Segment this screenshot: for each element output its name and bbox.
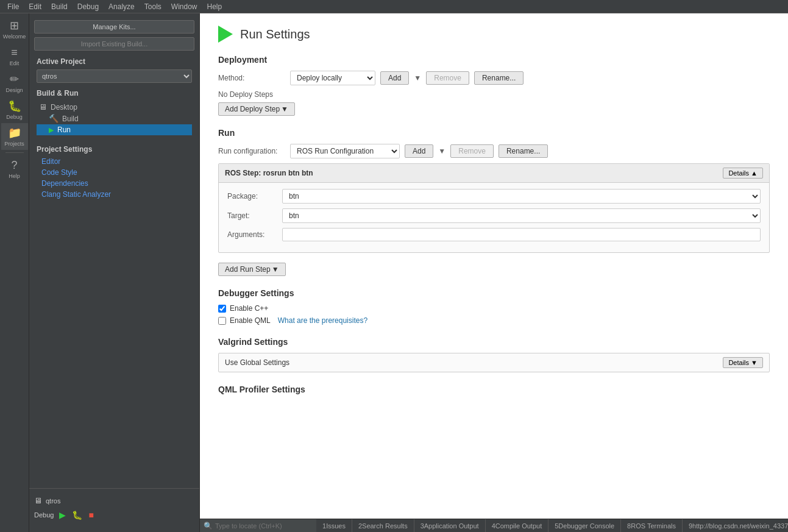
debugger-section-header: Debugger Settings: [218, 288, 770, 298]
sidebar-item-edit[interactable]: ≡ Edit: [1, 43, 28, 69]
build-run-title: Build & Run: [37, 89, 192, 98]
run-remove-button[interactable]: Remove: [450, 144, 494, 158]
sidebar-item-help[interactable]: ? Help: [1, 155, 28, 182]
qml-prerequisites-link[interactable]: What are the prerequisites?: [278, 316, 367, 325]
settings-link-dependencies[interactable]: Dependencies: [29, 178, 199, 189]
ros-terminals-tab-label: ROS Terminals: [631, 522, 676, 530]
enable-qml-row: Enable QML What are the prerequisites?: [218, 316, 770, 325]
add-run-step-button[interactable]: Add Run Step ▼: [218, 263, 286, 276]
ros-step-title: ROS Step: rosrun btn btn: [225, 169, 313, 177]
sidebar-item-welcome[interactable]: ⊞ Welcome: [1, 16, 28, 43]
manage-kits-button[interactable]: Manage Kits...: [34, 20, 194, 34]
deploy-step-dropdown-icon: ▼: [281, 105, 288, 113]
run-config-label: Run configuration:: [218, 147, 285, 155]
menu-help[interactable]: Help: [202, 1, 227, 12]
valgrind-box: Use Global Settings Details ▼: [218, 353, 770, 372]
settings-link-codestyle[interactable]: Code Style: [29, 167, 199, 178]
stop-icon[interactable]: ■: [87, 509, 95, 521]
menu-edit[interactable]: Edit: [24, 1, 46, 12]
menu-window[interactable]: Window: [166, 1, 202, 12]
run-config-select[interactable]: ROS Run Configuration: [290, 144, 400, 158]
valgrind-details-button[interactable]: Details ▼: [723, 357, 763, 368]
ros-step-body: Package: btn Target: btn: [219, 183, 769, 252]
debug-label: Debug: [6, 114, 23, 120]
status-tab-ros-terminals[interactable]: 8 ROS Terminals: [621, 519, 683, 533]
settings-link-editor[interactable]: Editor: [29, 156, 199, 167]
run-icon: ▶: [49, 126, 54, 134]
run-section: Run Run configuration: ROS Run Configura…: [218, 128, 770, 276]
bottom-project-name: qtros: [46, 497, 60, 505]
status-tab-search-results[interactable]: 2 Search Results: [352, 519, 414, 533]
method-label: Method:: [218, 74, 285, 82]
menu-analyze[interactable]: Analyze: [104, 1, 140, 12]
run-section-header: Run: [218, 128, 770, 138]
menu-build[interactable]: Build: [46, 1, 73, 12]
deployment-remove-button[interactable]: Remove: [426, 71, 469, 85]
run-rename-button[interactable]: Rename...: [499, 144, 548, 158]
add-dropdown-icon: ▼: [414, 74, 421, 82]
sidebar-item-projects[interactable]: 📁 Projects: [1, 123, 28, 150]
menu-tools[interactable]: Tools: [140, 1, 166, 12]
projects-label: Projects: [4, 141, 24, 147]
arguments-input[interactable]: [282, 228, 761, 241]
search-input[interactable]: [215, 522, 313, 530]
ros-step-details-button[interactable]: Details ▲: [723, 168, 763, 179]
enable-qml-checkbox[interactable]: [218, 317, 226, 325]
sidebar-separator: [5, 152, 24, 153]
menu-debug[interactable]: Debug: [73, 1, 104, 12]
search-box[interactable]: 🔍: [200, 519, 316, 533]
package-select[interactable]: btn: [282, 189, 761, 204]
status-tab-issues[interactable]: 1 Issues: [316, 519, 352, 533]
search-results-tab-label: Search Results: [362, 522, 408, 530]
settings-link-clang[interactable]: Clang Static Analyzer: [29, 189, 199, 200]
run-settings-header: Run Settings: [218, 26, 770, 43]
enable-cpp-checkbox[interactable]: [218, 305, 226, 313]
package-row: Package: btn: [227, 189, 761, 204]
arguments-row: Arguments:: [227, 228, 761, 241]
status-tab-debugger-console[interactable]: 5 Debugger Console: [548, 519, 621, 533]
desktop-icon: 🖥: [39, 102, 47, 112]
status-tab-app-output[interactable]: 3 Application Output: [414, 519, 486, 533]
tree-item-build[interactable]: 🔨 Build: [37, 113, 192, 124]
valgrind-section-header: Valgrind Settings: [218, 337, 770, 347]
active-project-title: Active Project: [37, 57, 192, 66]
run-add-button[interactable]: Add: [405, 144, 433, 158]
menubar: File Edit Build Debug Analyze Tools Wind…: [0, 0, 788, 13]
run-play-icon[interactable]: ▶: [57, 509, 68, 521]
run-config-row: Run configuration: ROS Run Configuration…: [218, 144, 770, 158]
content-body: Run Settings Deployment Method: Deploy l…: [200, 13, 788, 519]
add-run-step-label: Add Run Step: [225, 265, 271, 274]
no-deploy-steps-text: No Deploy Steps: [218, 90, 770, 99]
add-run-step-dropdown-icon: ▼: [272, 265, 279, 274]
project-selector[interactable]: qtros: [37, 69, 192, 83]
valgrind-details-label: Details: [728, 359, 749, 366]
deployment-rename-button[interactable]: Rename...: [474, 71, 524, 85]
tree-item-desktop[interactable]: 🖥 Desktop: [37, 101, 192, 113]
enable-cpp-label: Enable C++: [230, 304, 268, 313]
debug-run-icon[interactable]: 🐛: [70, 509, 84, 521]
run-label: Run: [57, 126, 71, 134]
sidebar-item-design[interactable]: ✏ Design: [1, 69, 28, 96]
tree-item-run[interactable]: ▶ Run: [37, 124, 192, 135]
status-tab-url[interactable]: 9 http://blog.csdn.net/weixin_43377151: [683, 519, 788, 533]
sidebar-item-debug[interactable]: 🐛 Debug: [1, 96, 28, 123]
status-bar: 🔍 1 Issues 2 Search Results: [200, 519, 788, 532]
status-tab-compile-output[interactable]: 4 Compile Output: [486, 519, 549, 533]
search-icon: 🔍: [204, 522, 213, 530]
project-debug-row: 🖥 qtros: [29, 494, 199, 508]
status-tabs: 1 Issues 2 Search Results 3 Application …: [316, 519, 788, 533]
status-left: 🔍 1 Issues 2 Search Results: [200, 519, 788, 533]
method-select[interactable]: Deploy locally: [290, 71, 375, 85]
import-build-button[interactable]: Import Existing Build...: [34, 37, 194, 51]
build-icon: 🔨: [49, 114, 59, 123]
qml-profiler-section-header: QML Profiler Settings: [218, 385, 770, 394]
bottom-left-panel: 🖥 qtros Debug ▶ 🐛 ■: [29, 488, 199, 527]
add-deploy-step-button[interactable]: Add Deploy Step ▼: [218, 102, 295, 116]
deployment-add-button[interactable]: Add: [380, 71, 409, 85]
build-label: Build: [62, 115, 79, 123]
ros-step-card: ROS Step: rosrun btn btn Details ▲ Packa…: [218, 163, 770, 253]
deployment-section-header: Deployment: [218, 55, 770, 65]
target-select[interactable]: btn: [282, 208, 761, 223]
menu-file[interactable]: File: [2, 1, 24, 12]
compile-output-tab-label: Compile Output: [495, 522, 542, 530]
